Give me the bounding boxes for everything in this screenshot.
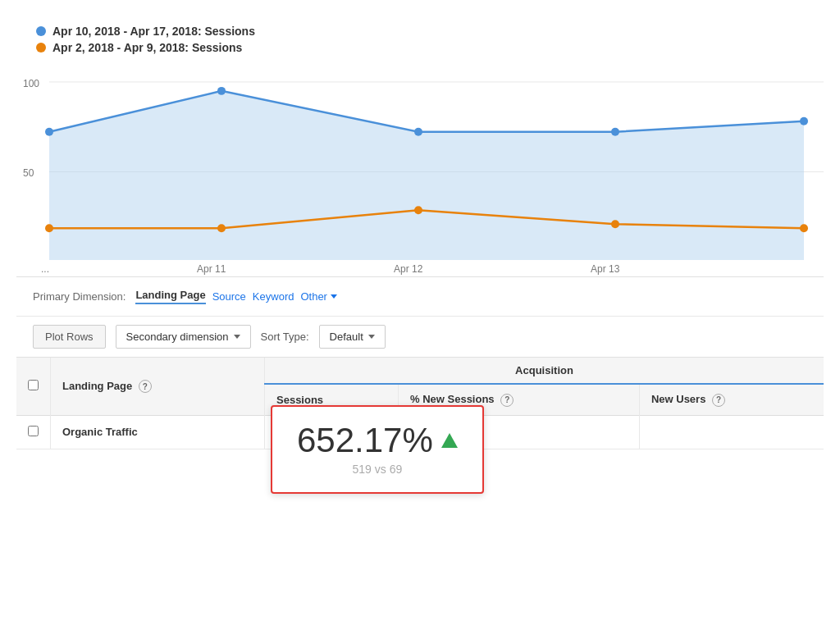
legend-metric-1: Sessions <box>204 25 254 38</box>
legend-metric-2: Sessions <box>192 41 242 54</box>
row-name[interactable]: Organic Traffic <box>62 426 138 438</box>
blue-dot-2 <box>217 87 226 95</box>
legend-date-2: Apr 2, 2018 - Apr 9, 2018: <box>52 41 189 54</box>
sort-default-arrow-icon <box>368 335 375 339</box>
svg-text:Apr 13: Apr 13 <box>591 263 620 275</box>
other-dropdown-arrow-icon <box>331 294 337 299</box>
secondary-dimension-label: Secondary dimension <box>126 331 229 343</box>
row-checkbox-cell <box>16 415 51 449</box>
blue-area <box>49 91 804 260</box>
th-new-users: New Users ? <box>639 384 824 415</box>
svg-text:100: 100 <box>23 78 39 89</box>
blue-dot-5 <box>800 117 808 125</box>
svg-text:...: ... <box>41 263 49 275</box>
comparison-tooltip: 652.17% 519 vs 69 <box>271 405 484 494</box>
dimension-keyword-link[interactable]: Keyword <box>253 290 294 303</box>
blue-dot-3 <box>414 128 422 136</box>
secondary-dimension-dropdown[interactable]: Secondary dimension <box>116 325 251 349</box>
dimension-other-label: Other <box>300 290 327 303</box>
th-landing-page: Landing Page ? <box>51 358 265 415</box>
orange-dot-3 <box>414 206 422 214</box>
primary-dimension-label: Primary Dimension: <box>33 290 126 303</box>
th-acquisition: Acquisition <box>265 358 824 384</box>
row-new-users-cell <box>639 415 824 449</box>
landing-page-help-icon[interactable]: ? <box>139 380 152 393</box>
dimension-other-dropdown[interactable]: Other <box>300 290 337 303</box>
row-checkbox[interactable] <box>28 426 39 436</box>
orange-dot-2 <box>217 224 226 232</box>
data-table-wrapper: Landing Page ? Acquisition Sessions % Ne… <box>16 358 824 449</box>
blue-dot-1 <box>45 128 53 136</box>
tooltip-subtext: 519 vs 69 <box>297 463 458 476</box>
th-checkbox <box>16 358 51 415</box>
row-landing-page-cell: Organic Traffic <box>51 415 265 449</box>
select-all-checkbox[interactable] <box>28 380 39 390</box>
new-users-help-icon[interactable]: ? <box>712 394 725 407</box>
chart-legend: Apr 10, 2018 - Apr 17, 2018: Sessions Ap… <box>16 16 824 64</box>
legend-row-2: Apr 2, 2018 - Apr 9, 2018: Sessions <box>33 41 824 54</box>
sort-type-label: Sort Type: <box>261 331 309 343</box>
legend-dot-orange <box>36 43 46 52</box>
sort-default-label: Default <box>330 331 363 343</box>
dimension-landing-page[interactable]: Landing Page <box>135 289 205 304</box>
sort-default-dropdown[interactable]: Default <box>319 325 386 349</box>
legend-date-1: Apr 10, 2018 - Apr 17, 2018: <box>52 25 202 38</box>
svg-text:Apr 11: Apr 11 <box>197 263 226 275</box>
orange-dot-5 <box>800 224 808 232</box>
blue-dot-4 <box>611 128 619 136</box>
primary-dimension-bar: Primary Dimension: Landing Page Source K… <box>16 277 824 317</box>
plot-rows-button[interactable]: Plot Rows <box>33 325 106 349</box>
toolbar: Plot Rows Secondary dimension Sort Type:… <box>16 317 824 358</box>
svg-text:50: 50 <box>23 167 34 179</box>
svg-text:Apr 12: Apr 12 <box>394 263 423 275</box>
dimension-source-link[interactable]: Source <box>212 290 246 303</box>
line-chart: 100 50 <box>16 64 824 277</box>
tooltip-percent-value: 652.17% <box>297 423 458 458</box>
orange-dot-1 <box>45 224 53 232</box>
orange-dot-4 <box>611 220 619 228</box>
secondary-dimension-arrow-icon <box>234 335 240 339</box>
chart-svg: 100 50 <box>16 64 824 276</box>
up-arrow-icon <box>441 433 458 448</box>
new-sessions-help-icon[interactable]: ? <box>500 394 514 407</box>
legend-dot-blue <box>36 26 46 36</box>
page-container: Apr 10, 2018 - Apr 17, 2018: Sessions Ap… <box>0 0 840 449</box>
legend-row-1: Apr 10, 2018 - Apr 17, 2018: Sessions <box>33 25 824 38</box>
